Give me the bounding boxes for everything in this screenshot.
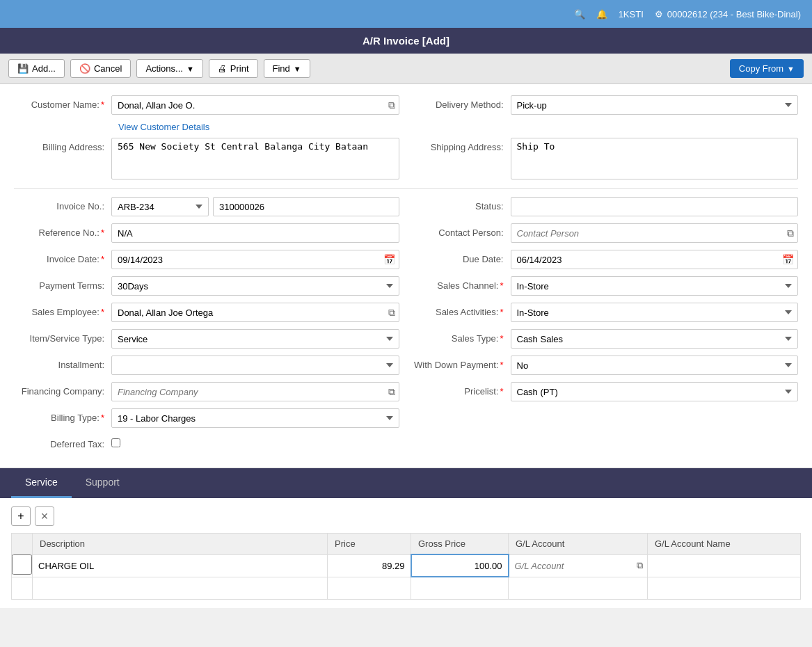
empty-gl-account-cell [509, 577, 648, 599]
due-date-label: Due Date: [413, 250, 511, 264]
financing-company-input[interactable] [111, 382, 399, 401]
empty-price-input[interactable] [328, 577, 411, 599]
due-date-input[interactable] [511, 250, 799, 269]
due-date-calendar-icon[interactable]: 📅 [781, 253, 795, 266]
sales-channel-select[interactable]: In-Store [511, 276, 799, 296]
remove-row-button[interactable]: × [35, 506, 54, 526]
top-bar: 🔍 🔔 1KSTI ⚙ 00002612 (234 - Best Bike-Di… [0, 0, 812, 28]
gl-account-expand-icon[interactable]: ⧉ [632, 557, 647, 574]
down-payment-label: With Down Payment: [413, 356, 511, 370]
description-input[interactable] [33, 555, 327, 577]
pricelist-select[interactable]: Cash (PT) [511, 382, 799, 401]
view-customer-link[interactable]: View Customer Details [118, 122, 798, 132]
shipping-address-input[interactable]: Ship To [511, 138, 799, 179]
empty-description-input[interactable] [33, 577, 327, 599]
installment-half: Installment: [14, 356, 399, 375]
contact-person-label: Contact Person: [413, 223, 511, 238]
col-description: Description [33, 534, 328, 555]
service-type-row: Item/Service Type: Service Sales Type: C… [14, 329, 798, 349]
add-button[interactable]: 💾 Add... [8, 59, 65, 78]
empty-description-cell [33, 577, 328, 599]
col-price: Price [328, 534, 411, 555]
notification-area[interactable]: 🔔 [596, 9, 607, 19]
add-row-button[interactable]: + [11, 506, 31, 526]
payment-sales-row: Payment Terms: 30Days Sales Channel: In-… [14, 276, 798, 296]
account-name: 00002612 (234 - Best Bike-Dinal) [667, 9, 801, 19]
col-gross-price: Gross Price [411, 534, 509, 555]
reference-row: Reference No.: Contact Person: ⧉ [14, 223, 798, 243]
tab-service[interactable]: Service [11, 468, 72, 498]
contact-person-input[interactable] [511, 223, 799, 243]
sales-type-half: Sales Type: Cash Sales [413, 329, 799, 349]
sales-employee-input[interactable] [111, 303, 399, 322]
reference-no-input[interactable] [111, 223, 399, 243]
empty-gross-price-cell [411, 577, 509, 599]
billing-address-input[interactable]: 565 New Society St Central Balanga City … [111, 138, 399, 179]
customer-name-expand-icon[interactable]: ⧉ [387, 98, 397, 113]
print-icon: 🖨 [218, 63, 227, 74]
invoice-date-input[interactable] [111, 250, 399, 269]
delivery-method-select[interactable]: Pick-up [511, 95, 799, 115]
contact-person-expand-icon[interactable]: ⧉ [786, 226, 795, 241]
description-cell [33, 554, 328, 577]
gl-account-input[interactable] [509, 558, 633, 574]
invoice-prefix-select[interactable]: ARB-234 [111, 197, 209, 216]
gross-price-cell [411, 554, 509, 577]
shipping-address-half: Shipping Address: Ship To [413, 138, 799, 179]
invoice-number-input[interactable] [213, 197, 399, 216]
sales-channel-label: Sales Channel: [413, 276, 511, 291]
status-input[interactable] [511, 197, 799, 216]
calendar-icon[interactable]: 📅 [382, 253, 397, 266]
form-body: Customer Name: Donal, Allan Joe O. ⧉ Del… [0, 84, 812, 468]
empty-checkbox-cell [12, 577, 33, 599]
item-service-type-half: Item/Service Type: Service [14, 329, 399, 349]
sales-type-select[interactable]: Cash Sales [511, 329, 799, 349]
sales-employee-label: Sales Employee: [14, 303, 111, 317]
contact-person-input-group: ⧉ [511, 223, 799, 243]
invoice-date-label: Invoice Date: [14, 250, 111, 264]
find-button[interactable]: Find ▼ [264, 59, 310, 78]
installment-select[interactable] [111, 356, 399, 375]
tabs-bar: Service Support [0, 468, 812, 498]
copy-from-button[interactable]: Copy From ▼ [730, 59, 804, 78]
title-bar: A/R Invoice [Add] [0, 28, 812, 54]
invoice-no-label: Invoice No.: [14, 197, 111, 211]
gl-account-name-input[interactable] [648, 555, 800, 577]
price-input[interactable] [328, 555, 411, 577]
deferred-tax-row: Deferred Tax: [14, 435, 798, 449]
tab-support[interactable]: Support [72, 468, 134, 498]
sales-employee-half: Sales Employee: ⧉ [14, 303, 399, 322]
form-separator-1 [14, 188, 798, 189]
down-payment-select[interactable]: No [511, 356, 799, 375]
bell-icon: 🔔 [596, 9, 607, 19]
empty-gl-account-input[interactable] [509, 577, 647, 599]
customer-name-input[interactable]: Donal, Allan Joe O. [111, 95, 399, 115]
cancel-button[interactable]: 🚫 Cancel [70, 59, 131, 78]
table-row-empty [12, 577, 801, 599]
payment-terms-select[interactable]: 30Days [111, 276, 399, 296]
item-service-type-select[interactable]: Service [111, 329, 399, 349]
cancel-icon: 🚫 [79, 63, 90, 74]
save-icon: 💾 [17, 63, 29, 74]
row-checkbox[interactable] [12, 554, 32, 575]
item-service-type-label: Item/Service Type: [14, 329, 111, 344]
sales-channel-half: Sales Channel: In-Store [413, 276, 799, 296]
status-label: Status: [413, 197, 511, 211]
billing-type-label: Billing Type: [14, 408, 111, 423]
billing-type-select[interactable]: 19 - Labor Charges [111, 408, 399, 428]
sales-activities-label: Sales Activities: [413, 303, 511, 317]
empty-gl-name-input[interactable] [648, 577, 800, 599]
empty-gross-price-input[interactable] [411, 577, 508, 599]
sales-activities-select[interactable]: In-Store [511, 303, 799, 322]
print-button[interactable]: 🖨 Print [209, 59, 258, 78]
gross-price-input[interactable] [412, 555, 508, 576]
contact-person-half: Contact Person: ⧉ [413, 223, 799, 243]
financing-company-expand-icon[interactable]: ⧉ [387, 385, 397, 399]
search-area[interactable]: 🔍 [574, 9, 585, 19]
sales-employee-expand-icon[interactable]: ⧉ [387, 305, 397, 320]
actions-button[interactable]: Actions... ▼ [136, 59, 202, 78]
financing-row: Financing Company: ⧉ Pricelist: Cash (PT… [14, 382, 798, 401]
deferred-tax-checkbox[interactable] [111, 438, 120, 447]
sales-activities-half: Sales Activities: In-Store [413, 303, 799, 322]
billing-type-half: Billing Type: 19 - Labor Charges [14, 408, 399, 428]
